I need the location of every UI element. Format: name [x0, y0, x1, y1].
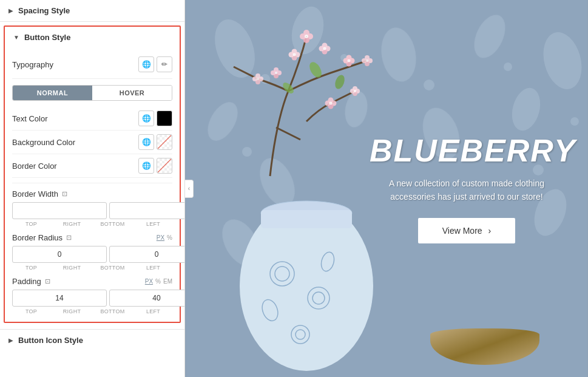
border-color-row: Border Color 🌐 — [12, 154, 172, 178]
background-color-label: Background Color — [12, 138, 75, 147]
spacing-style-row[interactable]: ▶ Spacing Style — [0, 0, 184, 22]
typography-label: Typography — [12, 60, 53, 69]
svg-point-25 — [305, 35, 308, 38]
svg-point-50 — [275, 72, 277, 74]
panel-collapse-button[interactable]: ‹ — [185, 180, 194, 198]
typography-globe-button[interactable]: 🌐 — [138, 56, 154, 72]
padding-label-group: Padding ⊡ — [12, 277, 50, 286]
border-radius-label-right: RIGHT — [53, 265, 91, 271]
border-radius-pct-button[interactable]: % — [167, 234, 172, 241]
svg-point-20 — [570, 117, 579, 126]
cherry-blossom-svg — [221, 0, 391, 182]
svg-rect-79 — [261, 210, 352, 228]
padding-label-left: LEFT — [134, 308, 172, 314]
preview-image: BLUEBERRY A new collection of custom mad… — [185, 0, 588, 377]
normal-hover-tabs: NORMAL HOVER — [12, 85, 172, 101]
padding-label-right: RIGHT — [53, 308, 91, 314]
background-color-globe-button[interactable]: 🌐 — [138, 134, 154, 150]
hero-text-overlay: BLUEBERRY A new collection of custom mad… — [370, 134, 564, 244]
typography-edit-button[interactable]: ✏ — [157, 56, 172, 72]
svg-point-54 — [252, 76, 257, 81]
background-color-row: Background Color 🌐 — [12, 131, 172, 154]
padding-top[interactable] — [12, 290, 107, 307]
divider-1 — [12, 183, 172, 183]
view-more-chevron-icon: › — [488, 226, 492, 236]
border-radius-label-group: Border Radius ⊡ — [12, 233, 72, 242]
padding-pct-button[interactable]: % — [155, 278, 161, 285]
border-width-right[interactable] — [109, 202, 185, 219]
svg-point-55 — [257, 78, 259, 80]
background-color-swatch[interactable] — [157, 134, 172, 150]
padding-inputs: 🔗 — [12, 290, 172, 307]
border-color-swatch[interactable] — [157, 158, 172, 174]
button-icon-style-arrow-icon: ▶ — [8, 337, 13, 344]
spacing-style-arrow-icon: ▶ — [8, 7, 13, 14]
svg-point-35 — [348, 59, 351, 63]
typography-icon-group: 🌐 ✏ — [136, 56, 172, 72]
border-radius-label-top: TOP — [12, 265, 50, 271]
border-width-label-bottom: BOTTOM — [93, 221, 132, 227]
tab-hover[interactable]: HOVER — [92, 86, 172, 100]
border-radius-top[interactable] — [12, 246, 107, 263]
border-width-sublabels: TOP RIGHT BOTTOM LEFT — [12, 221, 172, 227]
padding-header: Padding ⊡ PX % EM — [12, 277, 172, 286]
border-radius-label: Border Radius — [12, 233, 63, 242]
text-color-globe-button[interactable]: 🌐 — [138, 110, 154, 126]
padding-units: PX % EM — [145, 278, 172, 285]
border-width-label: Border Width — [12, 189, 58, 199]
svg-point-49 — [271, 70, 275, 75]
button-icon-style-row[interactable]: ▶ Button Icon Style — [0, 329, 184, 351]
spacing-style-label: Spacing Style — [18, 6, 70, 15]
border-radius-right[interactable] — [109, 246, 185, 263]
text-color-swatch[interactable] — [157, 110, 172, 126]
border-radius-label-bottom: BOTTOM — [93, 265, 132, 271]
hero-title: BLUEBERRY — [370, 134, 564, 168]
svg-point-45 — [293, 53, 296, 56]
border-width-label-row: Border Width ⊡ — [12, 189, 172, 199]
right-panel: BLUEBERRY A new collection of custom mad… — [185, 0, 588, 377]
button-style-arrow-icon: ▼ — [13, 34, 19, 41]
border-color-globe-button[interactable]: 🌐 — [138, 158, 154, 174]
svg-point-30 — [323, 47, 326, 50]
border-width-label-left: LEFT — [134, 221, 172, 227]
border-color-label: Border Color — [12, 161, 57, 171]
padding-label: Padding — [12, 277, 41, 286]
border-radius-label-left: LEFT — [134, 265, 172, 271]
svg-point-40 — [366, 59, 368, 62]
button-icon-style-label: Button Icon Style — [18, 336, 83, 345]
padding-px-button[interactable]: PX — [145, 278, 153, 285]
border-width-label-right: RIGHT — [53, 221, 91, 227]
hero-subtitle: A new collection of custom made clothing… — [370, 177, 564, 204]
padding-right[interactable] — [109, 290, 185, 307]
svg-point-39 — [362, 58, 367, 63]
border-width-label-top: TOP — [12, 221, 50, 227]
view-more-label: View More — [442, 226, 482, 236]
left-panel: ▶ Spacing Style ▼ Button Style Typograph… — [0, 0, 185, 377]
svg-point-60 — [329, 102, 333, 105]
button-style-header[interactable]: ▼ Button Style — [5, 27, 180, 48]
border-radius-sublabels: TOP RIGHT BOTTOM LEFT — [12, 265, 172, 271]
text-color-label: Text Color — [12, 114, 48, 123]
svg-point-16 — [504, 63, 512, 71]
svg-point-15 — [424, 80, 434, 90]
padding-sublabels: TOP RIGHT BOTTOM LEFT — [12, 308, 172, 314]
button-style-section: ▼ Button Style Typography 🌐 ✏ NORMAL HOV… — [4, 25, 181, 323]
padding-label-bottom: BOTTOM — [93, 308, 132, 314]
border-width-inputs: 🔗 — [12, 202, 172, 219]
border-width-monitor-icon: ⊡ — [62, 190, 67, 198]
background-color-controls: 🌐 — [136, 134, 172, 150]
tab-normal[interactable]: NORMAL — [13, 86, 92, 100]
svg-point-65 — [354, 90, 356, 92]
typography-row: Typography 🌐 ✏ — [12, 53, 172, 79]
text-color-controls: 🌐 — [136, 110, 172, 126]
vase-svg — [221, 165, 391, 377]
svg-point-67 — [333, 73, 346, 90]
padding-em-button[interactable]: EM — [163, 278, 172, 285]
border-radius-inputs: 🔗 — [12, 246, 172, 263]
border-width-top[interactable] — [12, 202, 107, 219]
button-style-content: Typography 🌐 ✏ NORMAL HOVER Text Color 🌐 — [5, 48, 180, 322]
border-radius-px-button[interactable]: PX — [157, 234, 164, 241]
padding-label-top: TOP — [12, 308, 50, 314]
view-more-button[interactable]: View More › — [418, 218, 516, 243]
text-color-row: Text Color 🌐 — [12, 107, 172, 131]
